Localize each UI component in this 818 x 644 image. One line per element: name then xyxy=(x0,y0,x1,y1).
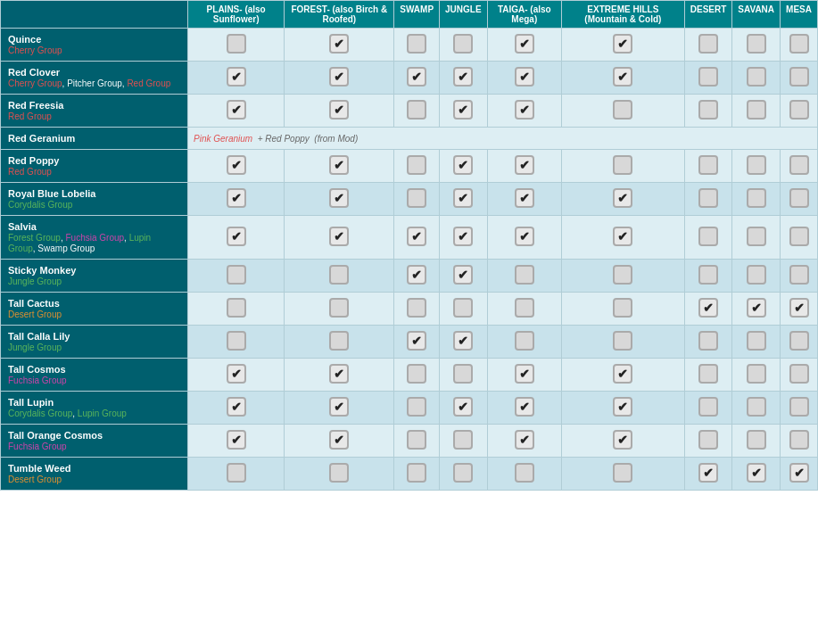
check-cell xyxy=(561,150,684,183)
table-row: SalviaForest Group, Fuchsia Group, Lupin… xyxy=(1,216,818,260)
checked-box xyxy=(515,67,534,87)
check-cell xyxy=(440,216,488,260)
checked-box xyxy=(789,298,809,318)
unchecked-box xyxy=(613,265,632,285)
checked-box xyxy=(453,397,473,417)
unchecked-box xyxy=(789,188,809,208)
unchecked-box xyxy=(227,265,246,285)
plant-group: Fuchsia Group xyxy=(8,376,67,385)
header-name-col xyxy=(1,1,188,29)
check-cell xyxy=(732,326,781,359)
checked-box xyxy=(515,227,534,246)
plant-group: Jungle Group xyxy=(8,343,62,352)
unchecked-box xyxy=(789,265,809,285)
unchecked-box xyxy=(453,34,473,54)
checked-box xyxy=(329,227,349,246)
plant-name-cell: Red PoppyRed Group xyxy=(1,150,188,183)
unchecked-box xyxy=(329,298,349,318)
table-row: Tall CactusDesert Group xyxy=(1,293,818,326)
check-cell xyxy=(188,326,285,359)
plant-name: Tall Cactus xyxy=(8,298,60,309)
check-cell xyxy=(561,359,684,392)
check-cell xyxy=(188,392,285,425)
check-cell xyxy=(732,183,781,216)
check-cell xyxy=(487,62,561,95)
plant-name: Tumble Weed xyxy=(8,463,71,474)
plant-name-cell: Tumble WeedDesert Group xyxy=(1,458,188,491)
table-row: Tall Orange CosmosFuchsia Group xyxy=(1,425,818,458)
check-cell xyxy=(394,425,440,458)
unchecked-box xyxy=(453,364,473,384)
check-cell xyxy=(285,425,394,458)
check-cell xyxy=(684,183,732,216)
header-taiga-col: TAIGA- (also Mega) xyxy=(487,1,561,29)
unchecked-box xyxy=(789,430,809,450)
unchecked-box xyxy=(698,155,718,175)
unchecked-box xyxy=(227,34,246,54)
plant-name-cell: Tall CosmosFuchsia Group xyxy=(1,359,188,392)
check-cell xyxy=(394,62,440,95)
unchecked-box xyxy=(747,265,766,285)
plant-name-cell: QuinceCherry Group xyxy=(1,29,188,62)
check-cell xyxy=(188,359,285,392)
unchecked-box xyxy=(789,331,809,351)
checked-box xyxy=(227,364,246,384)
check-cell xyxy=(394,216,440,260)
check-cell xyxy=(561,216,684,260)
unchecked-box xyxy=(747,227,766,246)
check-cell xyxy=(781,326,818,359)
check-cell xyxy=(684,359,732,392)
check-cell xyxy=(285,150,394,183)
check-cell xyxy=(440,62,488,95)
check-cell xyxy=(732,95,781,128)
checked-box xyxy=(515,188,534,208)
check-cell xyxy=(394,183,440,216)
plant-group: Jungle Group xyxy=(8,277,62,286)
check-cell xyxy=(732,216,781,260)
checked-box xyxy=(453,265,473,285)
unchecked-box xyxy=(613,100,632,120)
unchecked-box xyxy=(227,331,246,351)
unchecked-box xyxy=(789,67,809,87)
plant-name-cell: Sticky MonkeyJungle Group xyxy=(1,260,188,293)
check-cell xyxy=(561,392,684,425)
header-jungle-col: JUNGLE xyxy=(440,1,488,29)
checked-box xyxy=(407,331,426,351)
checked-box xyxy=(329,67,349,87)
unchecked-box xyxy=(453,463,473,483)
table-row: Red FreesiaRed Group xyxy=(1,95,818,128)
checked-box xyxy=(747,298,766,318)
unchecked-box xyxy=(789,100,809,120)
header-desert-col: DESERT xyxy=(684,1,732,29)
unchecked-box xyxy=(747,331,766,351)
checked-box xyxy=(789,463,809,483)
plant-name-cell: Tall Calla LilyJungle Group xyxy=(1,326,188,359)
unchecked-box xyxy=(698,67,718,87)
check-cell xyxy=(188,150,285,183)
check-cell xyxy=(487,95,561,128)
checked-box xyxy=(613,67,632,87)
unchecked-box xyxy=(407,100,426,120)
unchecked-box xyxy=(698,34,718,54)
checked-box xyxy=(407,227,426,246)
plant-group: Desert Group xyxy=(8,310,62,319)
plant-group: Desert Group xyxy=(8,475,62,484)
plant-name-cell: SalviaForest Group, Fuchsia Group, Lupin… xyxy=(1,216,188,260)
check-cell xyxy=(684,458,732,491)
unchecked-box xyxy=(698,397,718,417)
unchecked-box xyxy=(789,155,809,175)
unchecked-box xyxy=(515,331,534,351)
check-cell xyxy=(285,29,394,62)
check-cell xyxy=(394,326,440,359)
checked-box xyxy=(227,397,246,417)
check-cell xyxy=(394,293,440,326)
check-cell xyxy=(561,260,684,293)
check-cell xyxy=(781,458,818,491)
check-cell xyxy=(732,458,781,491)
checked-box xyxy=(747,463,766,483)
check-cell xyxy=(394,95,440,128)
plant-name: Tall Calla Lily xyxy=(8,331,70,342)
unchecked-box xyxy=(613,463,632,483)
checked-box xyxy=(453,227,473,246)
check-cell xyxy=(561,62,684,95)
